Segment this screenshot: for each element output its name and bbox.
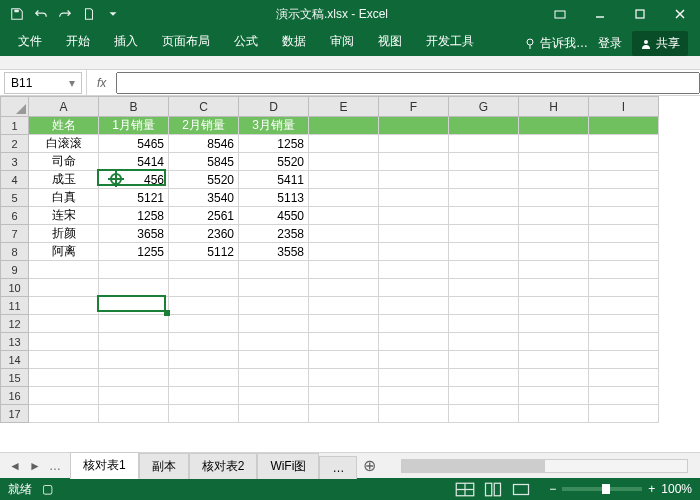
cell[interactable] — [589, 207, 659, 225]
cell[interactable]: 8546 — [169, 135, 239, 153]
cell[interactable]: 5113 — [239, 189, 309, 207]
cell[interactable] — [519, 279, 589, 297]
col-header[interactable]: B — [99, 97, 169, 117]
maximize-icon[interactable] — [620, 0, 660, 28]
tell-me[interactable]: 告诉我… — [524, 35, 588, 52]
cell[interactable] — [309, 315, 379, 333]
tab-review[interactable]: 审阅 — [318, 27, 366, 56]
cell[interactable] — [29, 369, 99, 387]
cell[interactable] — [379, 153, 449, 171]
tab-pagelayout[interactable]: 页面布局 — [150, 27, 222, 56]
cell[interactable] — [29, 351, 99, 369]
tab-developer[interactable]: 开发工具 — [414, 27, 486, 56]
cell[interactable] — [239, 279, 309, 297]
cell[interactable] — [379, 243, 449, 261]
cell[interactable] — [99, 279, 169, 297]
row-header[interactable]: 9 — [1, 261, 29, 279]
cell[interactable]: 3558 — [239, 243, 309, 261]
cell[interactable] — [239, 315, 309, 333]
cell[interactable] — [519, 171, 589, 189]
cell[interactable] — [589, 153, 659, 171]
cell[interactable] — [239, 297, 309, 315]
cell[interactable] — [449, 225, 519, 243]
cell[interactable] — [519, 315, 589, 333]
col-header[interactable]: C — [169, 97, 239, 117]
sheet-tab[interactable]: 核对表2 — [189, 453, 258, 479]
cell[interactable]: 折颜 — [29, 225, 99, 243]
cell[interactable]: 3658 — [99, 225, 169, 243]
cell[interactable] — [169, 315, 239, 333]
cell[interactable] — [449, 315, 519, 333]
cell[interactable] — [379, 171, 449, 189]
cell[interactable] — [99, 261, 169, 279]
cell[interactable] — [309, 153, 379, 171]
cell[interactable]: 成玉 — [29, 171, 99, 189]
cell[interactable] — [589, 333, 659, 351]
zoom-slider[interactable] — [562, 487, 642, 491]
cell[interactable] — [519, 297, 589, 315]
cell[interactable] — [239, 351, 309, 369]
cell[interactable] — [589, 261, 659, 279]
share-button[interactable]: 共享 — [632, 31, 688, 56]
cell[interactable] — [589, 315, 659, 333]
cell[interactable]: 3540 — [169, 189, 239, 207]
cell[interactable] — [99, 333, 169, 351]
cell[interactable]: 456 — [99, 171, 169, 189]
tab-formulas[interactable]: 公式 — [222, 27, 270, 56]
cell[interactable] — [589, 171, 659, 189]
cell[interactable] — [309, 351, 379, 369]
cell[interactable] — [519, 351, 589, 369]
cell[interactable]: 2360 — [169, 225, 239, 243]
cell[interactable]: 连宋 — [29, 207, 99, 225]
cell[interactable]: 1258 — [99, 207, 169, 225]
cell[interactable] — [449, 261, 519, 279]
cell[interactable] — [309, 207, 379, 225]
cell[interactable] — [169, 333, 239, 351]
cell[interactable] — [589, 225, 659, 243]
cell[interactable] — [449, 297, 519, 315]
minimize-icon[interactable] — [580, 0, 620, 28]
cell[interactable] — [589, 243, 659, 261]
sheet-tab[interactable]: 副本 — [139, 453, 189, 479]
cell[interactable] — [449, 279, 519, 297]
cell[interactable] — [449, 171, 519, 189]
row-header[interactable]: 2 — [1, 135, 29, 153]
cell[interactable] — [519, 387, 589, 405]
cell[interactable]: 4550 — [239, 207, 309, 225]
record-macro-icon[interactable]: ▢ — [42, 482, 53, 496]
ribbon-display-icon[interactable] — [540, 0, 580, 28]
tab-file[interactable]: 文件 — [6, 27, 54, 56]
cell[interactable] — [519, 243, 589, 261]
cell[interactable] — [449, 369, 519, 387]
col-header[interactable]: H — [519, 97, 589, 117]
cell[interactable] — [379, 189, 449, 207]
cell[interactable] — [379, 405, 449, 423]
cell[interactable] — [169, 405, 239, 423]
row-header[interactable]: 4 — [1, 171, 29, 189]
tab-view[interactable]: 视图 — [366, 27, 414, 56]
cell[interactable] — [449, 387, 519, 405]
cell[interactable] — [589, 135, 659, 153]
cell[interactable] — [449, 153, 519, 171]
cell[interactable]: 2561 — [169, 207, 239, 225]
cell[interactable] — [309, 225, 379, 243]
sheet-tab[interactable]: WiFi图 — [257, 453, 319, 479]
cell[interactable] — [239, 369, 309, 387]
col-header[interactable]: A — [29, 97, 99, 117]
cell[interactable] — [379, 117, 449, 135]
formula-bar[interactable] — [116, 72, 700, 94]
chevron-down-icon[interactable]: ▾ — [69, 76, 75, 90]
cell[interactable] — [449, 243, 519, 261]
row-header[interactable]: 10 — [1, 279, 29, 297]
scrollbar-thumb[interactable] — [402, 460, 544, 472]
cell[interactable] — [309, 333, 379, 351]
cell[interactable] — [379, 135, 449, 153]
row-header[interactable]: 5 — [1, 189, 29, 207]
cell[interactable]: 5411 — [239, 171, 309, 189]
cell[interactable]: 5414 — [99, 153, 169, 171]
row-header[interactable]: 14 — [1, 351, 29, 369]
cell[interactable] — [449, 207, 519, 225]
cell[interactable] — [519, 207, 589, 225]
cell[interactable] — [309, 135, 379, 153]
cell[interactable] — [309, 279, 379, 297]
